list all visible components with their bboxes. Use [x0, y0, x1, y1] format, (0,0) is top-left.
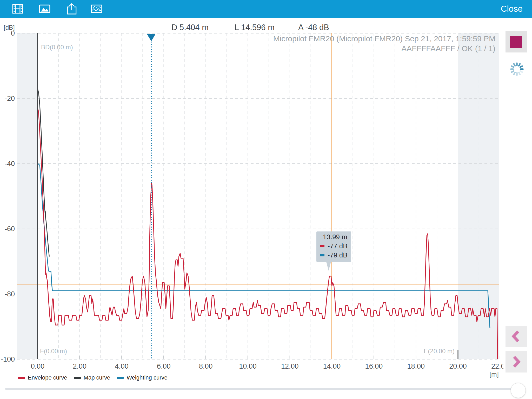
x-tick-label: 20.00 [449, 362, 467, 370]
tooltip-weighting-value: -79 dB [328, 251, 348, 259]
tooltip-envelope-value: -77 dB [328, 242, 348, 250]
y-tick-label: -40 [5, 160, 15, 168]
x-tick-label: 6.00 [157, 362, 171, 370]
tooltip-row: -79 dB [318, 251, 349, 259]
close-button[interactable]: Close [501, 0, 523, 18]
e-marker-label: E(20.00 m) [416, 348, 455, 355]
x-tick-label: 8.00 [199, 362, 213, 370]
data-point-tooltip: 13.99 m -77 dB -79 dB [316, 231, 351, 262]
y-tick-label: -20 [5, 95, 15, 102]
envelope-swatch-icon [18, 377, 25, 379]
loading-spinner-icon [510, 62, 524, 76]
legend-item-envelope: Envelope curve [18, 374, 67, 381]
level-readout: L 14.596 m [235, 23, 275, 32]
x-tick-label: 4.00 [115, 362, 129, 370]
envelope-curve-line [38, 108, 497, 359]
device-title-line: Micropilot FMR20 (Micropilot FMR20) Sep … [273, 34, 495, 44]
chart-title: Micropilot FMR20 (Micropilot FMR20) Sep … [273, 34, 495, 54]
y-tick-label: -60 [5, 225, 15, 233]
x-tick-label: 16.00 [365, 362, 383, 370]
status-title-line: AAFFFFAAFFF / OK (1 / 1) [273, 44, 495, 54]
f-marker-label: F(0.00 m) [40, 348, 67, 355]
amplitude-readout: A -48 dB [298, 23, 329, 32]
map-swatch-icon [74, 377, 81, 379]
bd-marker-label: BD(0.00 m) [41, 44, 73, 51]
x-tick-label: 10.00 [239, 362, 257, 370]
map-curve-line [38, 89, 49, 256]
image-icon[interactable] [38, 3, 51, 15]
envelope-curve-viewer: 0-20-40-60-80-1000.002.004.006.008.0010.… [0, 0, 532, 399]
chart-legend: Envelope curve Map curve Weighting curve [18, 374, 168, 381]
envelope-curve-icon[interactable] [90, 3, 103, 15]
share-icon[interactable] [65, 3, 78, 15]
distance-readout: D 5.404 m [171, 23, 209, 32]
measurement-marker-triangle-icon [147, 34, 156, 41]
shaded-band [17, 33, 38, 359]
chevron-right-icon [509, 355, 523, 369]
x-axis-unit-label: [m] [478, 370, 499, 378]
weighting-curve-line [38, 164, 490, 328]
legend-label: Weighting curve [127, 374, 167, 381]
x-tick-label: 0.00 [31, 362, 45, 370]
x-tick-label: 2.00 [73, 362, 87, 370]
weighting-swatch-icon [320, 254, 324, 256]
shaded-band [458, 33, 499, 359]
next-curve-button[interactable] [506, 351, 527, 373]
record-square-icon [510, 36, 522, 48]
x-tick-label: 12.00 [281, 362, 299, 370]
y-tick-label: -100 [1, 355, 15, 363]
legend-label: Map curve [84, 374, 110, 381]
curve-history-slider-knob[interactable] [511, 383, 526, 398]
legend-item-map: Map curve [74, 374, 110, 381]
legend-item-weighting: Weighting curve [117, 374, 167, 381]
curve-history-slider-track[interactable] [5, 388, 512, 390]
envelope-swatch-icon [320, 245, 324, 247]
y-axis-unit-label: [dB] [4, 24, 15, 31]
x-tick-label: 22.00 [491, 362, 503, 370]
weighting-swatch-icon [117, 377, 124, 379]
tooltip-distance: 13.99 m [318, 233, 349, 241]
x-tick-label: 18.00 [407, 362, 425, 370]
envelope-chart-canvas[interactable]: 0-20-40-60-80-1000.002.004.006.008.0010.… [0, 0, 503, 399]
y-tick-label: -80 [5, 290, 15, 298]
snapshot-button[interactable] [506, 31, 527, 52]
tooltip-row: -77 dB [318, 242, 349, 250]
chevron-left-icon [509, 329, 523, 344]
previous-curve-button[interactable] [506, 326, 527, 347]
film-strip-icon[interactable] [11, 3, 24, 15]
x-tick-label: 14.00 [323, 362, 341, 370]
legend-label: Envelope curve [28, 374, 67, 381]
top-toolbar: Close [0, 0, 532, 18]
